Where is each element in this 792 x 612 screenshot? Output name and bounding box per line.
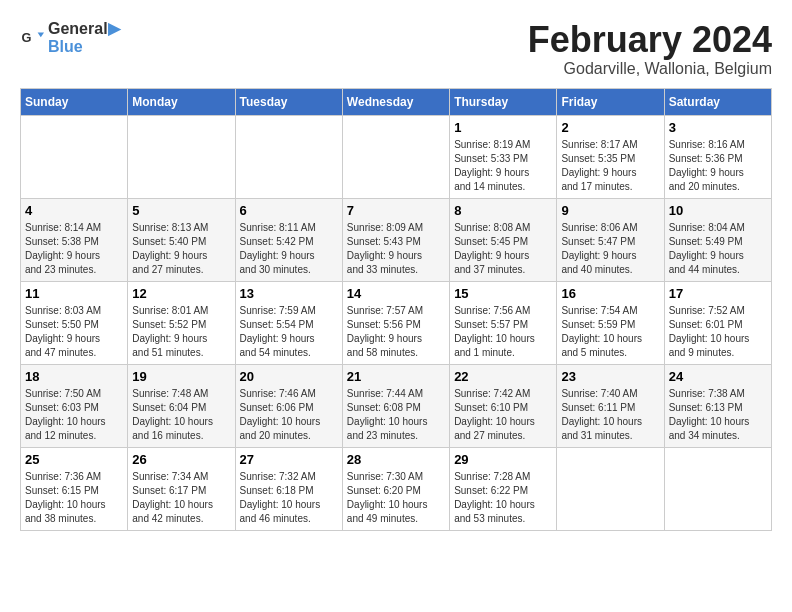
header-monday: Monday [128,88,235,115]
calendar-cell [128,115,235,198]
calendar-cell: 7Sunrise: 8:09 AM Sunset: 5:43 PM Daylig… [342,198,449,281]
day-info: Sunrise: 7:32 AM Sunset: 6:18 PM Dayligh… [240,470,338,526]
header-saturday: Saturday [664,88,771,115]
day-info: Sunrise: 7:38 AM Sunset: 6:13 PM Dayligh… [669,387,767,443]
day-info: Sunrise: 7:52 AM Sunset: 6:01 PM Dayligh… [669,304,767,360]
calendar-cell: 23Sunrise: 7:40 AM Sunset: 6:11 PM Dayli… [557,364,664,447]
day-number: 27 [240,452,338,467]
day-number: 19 [132,369,230,384]
calendar-cell: 14Sunrise: 7:57 AM Sunset: 5:56 PM Dayli… [342,281,449,364]
day-number: 4 [25,203,123,218]
day-number: 10 [669,203,767,218]
calendar-cell: 18Sunrise: 7:50 AM Sunset: 6:03 PM Dayli… [21,364,128,447]
page-header: G General▶ Blue February 2024 Godarville… [20,20,772,78]
day-info: Sunrise: 8:19 AM Sunset: 5:33 PM Dayligh… [454,138,552,194]
calendar-cell [557,447,664,530]
calendar-week-0: 1Sunrise: 8:19 AM Sunset: 5:33 PM Daylig… [21,115,772,198]
calendar-cell [235,115,342,198]
calendar-cell: 11Sunrise: 8:03 AM Sunset: 5:50 PM Dayli… [21,281,128,364]
day-info: Sunrise: 7:30 AM Sunset: 6:20 PM Dayligh… [347,470,445,526]
day-number: 24 [669,369,767,384]
calendar-header-row: SundayMondayTuesdayWednesdayThursdayFrid… [21,88,772,115]
calendar-cell: 17Sunrise: 7:52 AM Sunset: 6:01 PM Dayli… [664,281,771,364]
day-number: 12 [132,286,230,301]
svg-marker-1 [38,32,44,37]
calendar-week-3: 18Sunrise: 7:50 AM Sunset: 6:03 PM Dayli… [21,364,772,447]
header-thursday: Thursday [450,88,557,115]
calendar-cell: 9Sunrise: 8:06 AM Sunset: 5:47 PM Daylig… [557,198,664,281]
day-number: 29 [454,452,552,467]
day-number: 28 [347,452,445,467]
day-number: 22 [454,369,552,384]
day-info: Sunrise: 7:42 AM Sunset: 6:10 PM Dayligh… [454,387,552,443]
day-info: Sunrise: 8:14 AM Sunset: 5:38 PM Dayligh… [25,221,123,277]
day-number: 20 [240,369,338,384]
day-info: Sunrise: 8:16 AM Sunset: 5:36 PM Dayligh… [669,138,767,194]
day-number: 8 [454,203,552,218]
day-info: Sunrise: 7:34 AM Sunset: 6:17 PM Dayligh… [132,470,230,526]
calendar-cell: 4Sunrise: 8:14 AM Sunset: 5:38 PM Daylig… [21,198,128,281]
day-info: Sunrise: 7:59 AM Sunset: 5:54 PM Dayligh… [240,304,338,360]
calendar-cell: 29Sunrise: 7:28 AM Sunset: 6:22 PM Dayli… [450,447,557,530]
calendar-cell: 2Sunrise: 8:17 AM Sunset: 5:35 PM Daylig… [557,115,664,198]
day-number: 18 [25,369,123,384]
calendar-cell: 6Sunrise: 8:11 AM Sunset: 5:42 PM Daylig… [235,198,342,281]
day-info: Sunrise: 7:50 AM Sunset: 6:03 PM Dayligh… [25,387,123,443]
day-number: 16 [561,286,659,301]
day-number: 7 [347,203,445,218]
day-info: Sunrise: 8:01 AM Sunset: 5:52 PM Dayligh… [132,304,230,360]
header-wednesday: Wednesday [342,88,449,115]
calendar-cell [664,447,771,530]
day-info: Sunrise: 8:06 AM Sunset: 5:47 PM Dayligh… [561,221,659,277]
day-info: Sunrise: 7:54 AM Sunset: 5:59 PM Dayligh… [561,304,659,360]
day-info: Sunrise: 7:36 AM Sunset: 6:15 PM Dayligh… [25,470,123,526]
svg-text:G: G [22,30,32,45]
calendar-cell: 12Sunrise: 8:01 AM Sunset: 5:52 PM Dayli… [128,281,235,364]
calendar-cell: 21Sunrise: 7:44 AM Sunset: 6:08 PM Dayli… [342,364,449,447]
day-info: Sunrise: 8:13 AM Sunset: 5:40 PM Dayligh… [132,221,230,277]
calendar-cell: 3Sunrise: 8:16 AM Sunset: 5:36 PM Daylig… [664,115,771,198]
logo-line1: General [48,20,108,37]
day-info: Sunrise: 8:08 AM Sunset: 5:45 PM Dayligh… [454,221,552,277]
day-info: Sunrise: 7:57 AM Sunset: 5:56 PM Dayligh… [347,304,445,360]
calendar-week-1: 4Sunrise: 8:14 AM Sunset: 5:38 PM Daylig… [21,198,772,281]
logo-icon: G [20,26,44,50]
day-number: 21 [347,369,445,384]
day-info: Sunrise: 7:56 AM Sunset: 5:57 PM Dayligh… [454,304,552,360]
calendar-cell: 5Sunrise: 8:13 AM Sunset: 5:40 PM Daylig… [128,198,235,281]
calendar-cell: 19Sunrise: 7:48 AM Sunset: 6:04 PM Dayli… [128,364,235,447]
header-friday: Friday [557,88,664,115]
day-info: Sunrise: 7:44 AM Sunset: 6:08 PM Dayligh… [347,387,445,443]
calendar-cell: 27Sunrise: 7:32 AM Sunset: 6:18 PM Dayli… [235,447,342,530]
day-number: 13 [240,286,338,301]
day-info: Sunrise: 7:28 AM Sunset: 6:22 PM Dayligh… [454,470,552,526]
calendar-cell: 16Sunrise: 7:54 AM Sunset: 5:59 PM Dayli… [557,281,664,364]
day-info: Sunrise: 8:11 AM Sunset: 5:42 PM Dayligh… [240,221,338,277]
day-number: 26 [132,452,230,467]
day-number: 14 [347,286,445,301]
calendar-cell: 15Sunrise: 7:56 AM Sunset: 5:57 PM Dayli… [450,281,557,364]
calendar-cell: 20Sunrise: 7:46 AM Sunset: 6:06 PM Dayli… [235,364,342,447]
header-tuesday: Tuesday [235,88,342,115]
calendar-cell: 25Sunrise: 7:36 AM Sunset: 6:15 PM Dayli… [21,447,128,530]
day-info: Sunrise: 7:40 AM Sunset: 6:11 PM Dayligh… [561,387,659,443]
calendar-cell: 28Sunrise: 7:30 AM Sunset: 6:20 PM Dayli… [342,447,449,530]
calendar-cell: 24Sunrise: 7:38 AM Sunset: 6:13 PM Dayli… [664,364,771,447]
day-number: 25 [25,452,123,467]
logo-icon-blue: ▶ [108,20,120,37]
calendar-cell [21,115,128,198]
day-info: Sunrise: 8:03 AM Sunset: 5:50 PM Dayligh… [25,304,123,360]
day-number: 6 [240,203,338,218]
day-number: 23 [561,369,659,384]
calendar-cell: 13Sunrise: 7:59 AM Sunset: 5:54 PM Dayli… [235,281,342,364]
logo-line2: Blue [48,38,120,56]
day-number: 3 [669,120,767,135]
day-number: 1 [454,120,552,135]
calendar-cell: 10Sunrise: 8:04 AM Sunset: 5:49 PM Dayli… [664,198,771,281]
subtitle: Godarville, Wallonia, Belgium [528,60,772,78]
main-title: February 2024 [528,20,772,60]
day-number: 15 [454,286,552,301]
calendar-cell [342,115,449,198]
day-info: Sunrise: 8:09 AM Sunset: 5:43 PM Dayligh… [347,221,445,277]
day-info: Sunrise: 7:48 AM Sunset: 6:04 PM Dayligh… [132,387,230,443]
